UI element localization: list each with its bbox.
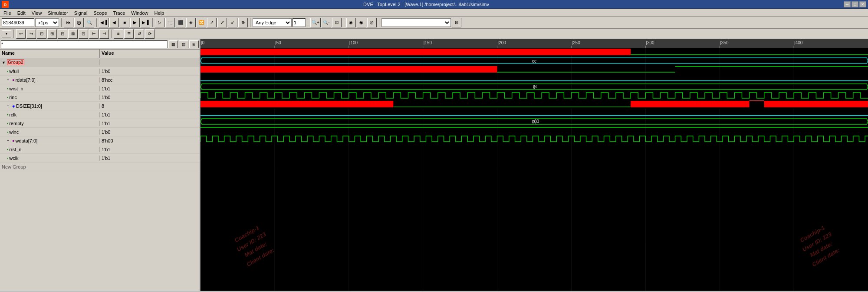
signal-wfull-value: 1'b0 bbox=[100, 69, 200, 74]
stop-button[interactable]: ■ bbox=[120, 18, 129, 27]
sim-time-input[interactable] bbox=[2, 18, 34, 27]
edge-count-input[interactable] bbox=[293, 18, 306, 27]
value-column-header: Value bbox=[100, 50, 200, 58]
tb2-btn11[interactable]: ≡ bbox=[114, 29, 123, 39]
tb2-btn6[interactable]: ⊟ bbox=[58, 29, 67, 39]
menu-view[interactable]: View bbox=[29, 9, 45, 16]
signal-column-header: Name Value bbox=[0, 50, 200, 58]
signal-rclk-row[interactable]: ▪ rclk 1'b1 bbox=[0, 110, 200, 119]
zoom-out-button[interactable]: 🔍- bbox=[322, 18, 331, 27]
goto-signal-button[interactable]: ⊕ bbox=[74, 18, 84, 27]
wire-icon6: ▪ bbox=[7, 130, 8, 134]
btn-d7[interactable]: ⤤ bbox=[217, 18, 227, 27]
zoom-in-button[interactable]: 🔍+ bbox=[310, 18, 321, 27]
tb2-btn1[interactable]: ● bbox=[2, 30, 11, 37]
btn-d8[interactable]: ↙ bbox=[228, 18, 237, 27]
group2-expand-icon[interactable]: ▼ bbox=[2, 60, 6, 65]
wire-icon: ▪ bbox=[7, 69, 8, 73]
tb2-btn4[interactable]: ⊡ bbox=[37, 29, 46, 39]
signal-panel: ▦ ▤ ⊞ Name Value ▼ Group2 ▪ wfu bbox=[0, 39, 201, 291]
btn-d1[interactable]: ▷ bbox=[155, 18, 164, 27]
menu-bar: File Edit View Simulator Signal Scope Tr… bbox=[0, 9, 868, 17]
tb2-btn7[interactable]: ⊠ bbox=[68, 29, 78, 39]
svg-text:D: D bbox=[4, 3, 7, 7]
menu-trace[interactable]: Trace bbox=[111, 9, 128, 16]
tb2-btn14[interactable]: ⟳ bbox=[145, 29, 155, 39]
column-settings-button[interactable]: ▤ bbox=[179, 40, 188, 48]
marker-button[interactable]: ◉ bbox=[346, 18, 356, 27]
signal-rrstn-row[interactable]: ▪ rrst_n 1'b1 bbox=[0, 145, 200, 154]
play-back-button[interactable]: ◀▐ bbox=[99, 18, 108, 27]
signal-group2-name: ▼ Group2 bbox=[0, 60, 100, 65]
menu-edit[interactable]: Edit bbox=[15, 9, 28, 16]
wire-icon7: ▪ bbox=[7, 147, 8, 152]
btn-d3[interactable]: ⬛ bbox=[176, 18, 185, 27]
new-group-row[interactable]: New Group bbox=[0, 163, 200, 171]
signal-wrstn-row[interactable]: ▪ wrst_n 1'b1 bbox=[0, 84, 200, 93]
window-controls[interactable]: ─ □ ✕ bbox=[844, 1, 866, 7]
play-fwd-button[interactable]: ▶▐ bbox=[141, 18, 150, 27]
signal-winc-name: ▪ winc bbox=[0, 129, 100, 135]
tb2-btn12[interactable]: ≣ bbox=[124, 29, 134, 39]
signal-wclk-value: 1'b1 bbox=[100, 156, 200, 161]
wdata-expand-icon[interactable]: + bbox=[7, 139, 11, 143]
signal-rdata-row[interactable]: + ● rdata[7:0] 8'hcc bbox=[0, 76, 200, 84]
signal-wclk-name: ▪ wclk bbox=[0, 156, 100, 161]
step-back-button[interactable]: ◀ bbox=[109, 18, 119, 27]
signal-wfull-row[interactable]: ▪ wfull 1'b0 bbox=[0, 67, 200, 76]
view-select[interactable] bbox=[381, 18, 451, 27]
menu-window[interactable]: Window bbox=[128, 9, 151, 16]
signal-dsize-row[interactable]: + ◈ DSIZE[31:0] 8 bbox=[0, 102, 200, 110]
tb2-btn9[interactable]: ⊢ bbox=[89, 29, 99, 39]
rewind-start-button[interactable]: ⏮ bbox=[64, 18, 73, 27]
search-options-button[interactable]: ▦ bbox=[168, 40, 178, 48]
rdata-expand-icon[interactable]: + bbox=[7, 78, 11, 82]
marker2-button[interactable]: ◉ bbox=[357, 18, 366, 27]
tb2-btn3[interactable]: ↪ bbox=[26, 29, 36, 39]
tb2-btn5[interactable]: ⊞ bbox=[47, 29, 57, 39]
signal-wdata-row[interactable]: + ● wdata[7:0] 8'h00 bbox=[0, 136, 200, 145]
minimize-button[interactable]: ─ bbox=[844, 1, 851, 7]
signal-winc-row[interactable]: ▪ winc 1'b0 bbox=[0, 128, 200, 136]
signal-list: ▼ Group2 ▪ wfull 1'b0 + ● rdata[7:0] bbox=[0, 58, 200, 291]
menu-signal[interactable]: Signal bbox=[72, 9, 90, 16]
zoom-fit2-button[interactable]: ⊡ bbox=[332, 18, 342, 27]
maximize-button[interactable]: □ bbox=[852, 1, 858, 7]
signal-rempty-value: 1'b1 bbox=[100, 121, 200, 126]
btn-d6[interactable]: ↗ bbox=[207, 18, 217, 27]
waveform-canvas[interactable] bbox=[201, 39, 868, 291]
wave-panel[interactable]: Coachip-1User ID: 223Mat date:Client dat… bbox=[201, 39, 868, 291]
dsize-expand-icon[interactable]: + bbox=[7, 104, 11, 108]
tb2-btn8[interactable]: ⊡ bbox=[79, 29, 88, 39]
toolbar-secondary: ● ↩ ↪ ⊡ ⊞ ⊟ ⊠ ⊡ ⊢ ⊣ ≡ ≣ ↺ ⟳ bbox=[0, 29, 868, 39]
signal-search-input[interactable] bbox=[1, 40, 168, 48]
menu-help[interactable]: Help bbox=[151, 9, 167, 16]
view-btn[interactable]: ⊟ bbox=[452, 18, 461, 27]
tb2-btn10[interactable]: ⊣ bbox=[99, 29, 109, 39]
marker3-button[interactable]: ◎ bbox=[367, 18, 377, 27]
time-unit-select[interactable]: x1psx10psx100psx1ns bbox=[35, 18, 59, 27]
menu-scope[interactable]: Scope bbox=[91, 9, 109, 16]
filter-button[interactable]: ⊞ bbox=[189, 40, 199, 48]
btn-d5[interactable]: 🔀 bbox=[197, 18, 206, 27]
signal-dsize-value: 8 bbox=[100, 103, 200, 109]
btn-d9[interactable]: ⊕ bbox=[238, 18, 248, 27]
btn-d4[interactable]: ◈ bbox=[186, 18, 196, 27]
tb2-btn13[interactable]: ↺ bbox=[135, 29, 144, 39]
step-fwd-button[interactable]: ▶ bbox=[130, 18, 140, 27]
signal-wrstn-name: ▪ wrst_n bbox=[0, 86, 100, 91]
menu-file[interactable]: File bbox=[1, 9, 14, 16]
signal-group2-row[interactable]: ▼ Group2 bbox=[0, 58, 200, 67]
zoom-fit-button[interactable]: 🔍 bbox=[85, 18, 94, 27]
signal-rdata-name: + ● rdata[7:0] bbox=[0, 77, 100, 83]
close-button[interactable]: ✕ bbox=[859, 1, 866, 7]
btn-d2[interactable]: ⬚ bbox=[165, 18, 175, 27]
tb2-btn2[interactable]: ↩ bbox=[16, 29, 26, 39]
edge-select[interactable]: Any Edge bbox=[253, 18, 292, 27]
wire-icon2: ▪ bbox=[7, 86, 8, 91]
signal-rempty-row[interactable]: ▪ rempty 1'b1 bbox=[0, 119, 200, 128]
menu-simulator[interactable]: Simulator bbox=[45, 9, 70, 16]
signal-wclk-row[interactable]: ▪ wclk 1'b1 bbox=[0, 154, 200, 163]
group2-label: Group2 bbox=[7, 60, 24, 65]
signal-rinc-row[interactable]: ▪ rinc 1'b0 bbox=[0, 93, 200, 102]
